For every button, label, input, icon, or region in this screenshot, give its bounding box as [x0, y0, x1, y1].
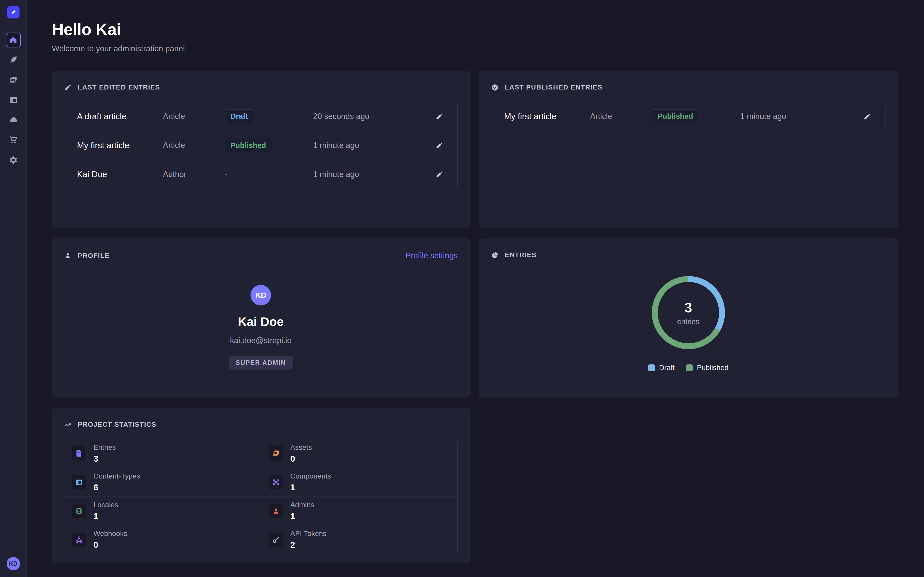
- edit-button[interactable]: [432, 109, 447, 124]
- card-title: ENTRIES: [505, 251, 537, 259]
- card-profile-header: PROFILE Profile settings: [64, 251, 458, 260]
- sidebar-item-media-library[interactable]: [3, 70, 23, 90]
- sidebar-item-settings[interactable]: [3, 150, 23, 170]
- images-icon: [269, 446, 283, 461]
- page-header: Hello Kai Welcome to your administration…: [52, 20, 898, 53]
- strapi-logo[interactable]: [7, 6, 19, 18]
- stat-cell-admins: Admins 1: [261, 496, 457, 525]
- entry-time: 1 minute ago: [313, 170, 423, 179]
- stats-table: Entries 3: [64, 439, 458, 554]
- entry-name: My first article: [504, 111, 590, 121]
- pencil-icon: [863, 113, 871, 120]
- stat-cell-assets: Assets 0: [261, 439, 457, 468]
- stat-label: Components: [290, 472, 331, 480]
- stat-cell-content-types: Content-Types 6: [64, 468, 261, 496]
- card-last-published-entries: LAST PUBLISHED ENTRIES My first article …: [479, 71, 898, 228]
- profile-name: Kai Doe: [238, 315, 284, 329]
- sidebar-item-content-type-builder[interactable]: [3, 90, 23, 110]
- stat-cell-entries: Entries 3: [64, 439, 261, 468]
- stat-value: 0: [94, 540, 127, 550]
- user-icon: [64, 252, 72, 259]
- stat-value: 3: [94, 454, 116, 464]
- entry-type: Author: [163, 170, 225, 179]
- entry-type: Article: [590, 112, 652, 121]
- sidebar-item-content[interactable]: [3, 50, 23, 70]
- entry-time: 20 seconds ago: [313, 112, 423, 121]
- donut-center-value: 3: [684, 300, 692, 316]
- legend-item-published: Published: [686, 364, 729, 372]
- legend-swatch-published: [686, 364, 693, 371]
- card-last-edited-entries: LAST EDITED ENTRIES A draft article Arti…: [52, 71, 470, 228]
- dashboard-grid: LAST EDITED ENTRIES A draft article Arti…: [52, 71, 898, 563]
- pencil-icon: [436, 171, 443, 178]
- stat-label: Content-Types: [94, 472, 140, 480]
- sidebar-item-home[interactable]: [6, 32, 21, 47]
- table-row: A draft article Article Draft 20 seconds…: [64, 102, 457, 131]
- profile-avatar: KD: [250, 285, 271, 305]
- status-badge: -: [225, 170, 227, 179]
- images-icon: [9, 76, 18, 85]
- entry-type: Article: [163, 112, 225, 121]
- legend-label-published: Published: [697, 364, 729, 372]
- card-title: PROJECT STATISTICS: [78, 421, 157, 429]
- last-edited-table: A draft article Article Draft 20 seconds…: [64, 102, 458, 189]
- layout-icon: [9, 95, 18, 105]
- sidebar-nav: [3, 30, 23, 170]
- home-icon: [9, 35, 18, 44]
- stat-cell-locales: Locales 1: [64, 496, 261, 525]
- entry-type: Article: [163, 141, 225, 150]
- profile-body: KD Kai Doe kai.doe@strapi.io SUPER ADMIN: [64, 260, 458, 369]
- check-circle-icon: [491, 84, 499, 91]
- grid-empty-cell: [479, 408, 898, 563]
- nodes-icon: [269, 475, 283, 490]
- edit-button[interactable]: [859, 109, 875, 124]
- profile-settings-link[interactable]: Profile settings: [405, 251, 458, 260]
- globe-icon: [72, 504, 86, 518]
- strapi-logo-icon: [10, 8, 17, 16]
- pencil-icon: [436, 142, 443, 149]
- donut-center-label: entries: [677, 318, 699, 326]
- webhook-icon: [72, 533, 86, 547]
- card-title: PROFILE: [78, 252, 110, 260]
- pencil-icon: [64, 84, 72, 91]
- cloud-icon: [9, 115, 18, 125]
- chart-legend: Draft Published: [648, 364, 729, 372]
- trending-up-icon: [64, 421, 72, 429]
- stat-label: API Tokens: [290, 530, 326, 538]
- stat-label: Entries: [94, 443, 116, 451]
- edit-button[interactable]: [432, 167, 447, 182]
- status-badge: Draft: [225, 110, 254, 123]
- sidebar: KD: [0, 0, 27, 577]
- table-row: Kai Doe Author - 1 minute ago: [64, 160, 457, 189]
- card-project-statistics: PROJECT STATISTICS Entries: [52, 408, 470, 563]
- sidebar-item-deploy[interactable]: [3, 110, 23, 130]
- stat-value: 1: [290, 482, 331, 492]
- stat-label: Webhooks: [94, 530, 127, 538]
- stat-label: Admins: [290, 501, 314, 509]
- donut-center: 3 entries: [651, 276, 725, 350]
- table-row: My first article Article Published 1 min…: [491, 102, 885, 131]
- user-avatar[interactable]: KD: [6, 557, 20, 571]
- sidebar-item-marketplace[interactable]: [3, 130, 23, 150]
- layout-icon: [72, 475, 86, 490]
- legend-label-draft: Draft: [659, 364, 675, 372]
- card-entries-header: ENTRIES: [491, 251, 885, 259]
- card-last-published-header: LAST PUBLISHED ENTRIES: [491, 83, 885, 91]
- main-content: Hello Kai Welcome to your administration…: [27, 0, 924, 577]
- entry-time: 1 minute ago: [740, 112, 851, 121]
- page-subtitle: Welcome to your administration panel: [52, 44, 898, 53]
- key-icon: [269, 533, 283, 547]
- role-badge: SUPER ADMIN: [229, 356, 292, 369]
- sidebar-bottom: KD: [0, 551, 26, 577]
- entry-name: Kai Doe: [77, 169, 163, 179]
- card-title: LAST PUBLISHED ENTRIES: [505, 83, 603, 91]
- entries-body: 3 entries Draft Published: [491, 259, 885, 372]
- stat-cell-webhooks: Webhooks 0: [64, 525, 261, 554]
- gear-icon: [9, 155, 18, 164]
- edit-button[interactable]: [432, 138, 447, 153]
- legend-item-draft: Draft: [648, 364, 675, 372]
- stat-label: Locales: [94, 501, 118, 509]
- legend-swatch-draft: [648, 364, 655, 371]
- sidebar-bottom-divider: [0, 551, 27, 551]
- status-badge: Published: [225, 139, 272, 152]
